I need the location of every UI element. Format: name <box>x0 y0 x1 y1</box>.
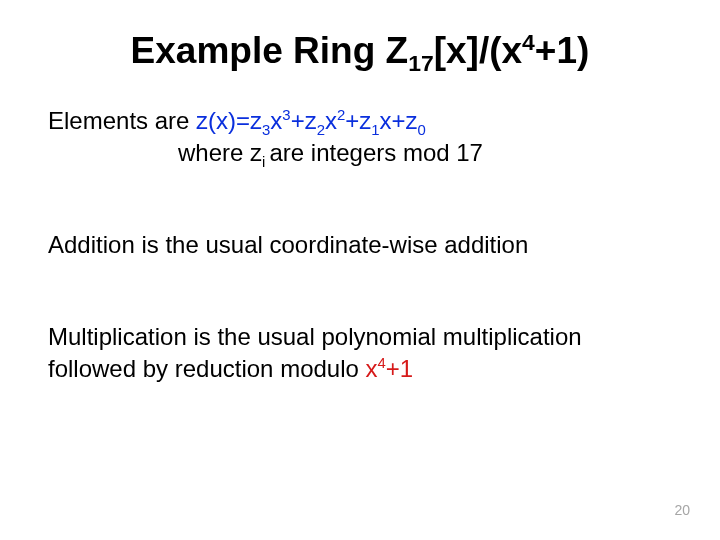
mod-b: x <box>366 355 378 382</box>
title-part2: [x]/(x <box>434 30 522 71</box>
mult-line-1: Multiplication is the usual polynomial m… <box>48 322 672 352</box>
gap1 <box>48 170 672 230</box>
title-part1: Example Ring Z <box>131 30 409 71</box>
elements-line: Elements are z(x)=z3x3+z2x2+z1x+z0 <box>48 106 672 136</box>
mod-c: +1 <box>386 355 413 382</box>
where-line: where zi are integers mod 17 <box>48 138 672 168</box>
poly-sub2: 2 <box>317 122 325 138</box>
poly-b: z(x)=z <box>196 107 262 134</box>
poly-g: x+z <box>380 107 418 134</box>
where-b: are integers mod 17 <box>269 139 482 166</box>
where-a: where z <box>178 139 262 166</box>
mult-line-2: followed by reduction modulo x4+1 <box>48 354 672 384</box>
slide: Example Ring Z17[x]/(x4+1) Elements are … <box>0 0 720 540</box>
modulus-expr: x4+1 <box>366 355 414 382</box>
poly-d: +z <box>291 107 317 134</box>
title-part3: +1) <box>535 30 590 71</box>
addition-line: Addition is the usual coordinate-wise ad… <box>48 230 672 260</box>
mult2-a: followed by reduction modulo <box>48 355 366 382</box>
title-sub-17: 17 <box>408 50 434 76</box>
mod-sup: 4 <box>378 355 386 371</box>
page-number: 20 <box>674 502 690 518</box>
poly-sup2: 2 <box>337 107 345 123</box>
title-sup-4: 4 <box>522 29 535 55</box>
poly-sup3: 3 <box>282 107 290 123</box>
poly-c: x <box>270 107 282 134</box>
poly-sub0: 0 <box>418 122 426 138</box>
poly-e: x <box>325 107 337 134</box>
slide-body: Elements are z(x)=z3x3+z2x2+z1x+z0 where… <box>48 106 672 384</box>
slide-title: Example Ring Z17[x]/(x4+1) <box>48 30 672 72</box>
elements-prefix: Elements are <box>48 107 196 134</box>
poly-f: +z <box>345 107 371 134</box>
polynomial-expr: z(x)=z3x3+z2x2+z1x+z0 <box>196 107 426 134</box>
poly-sub1: 1 <box>371 122 379 138</box>
gap2 <box>48 262 672 322</box>
